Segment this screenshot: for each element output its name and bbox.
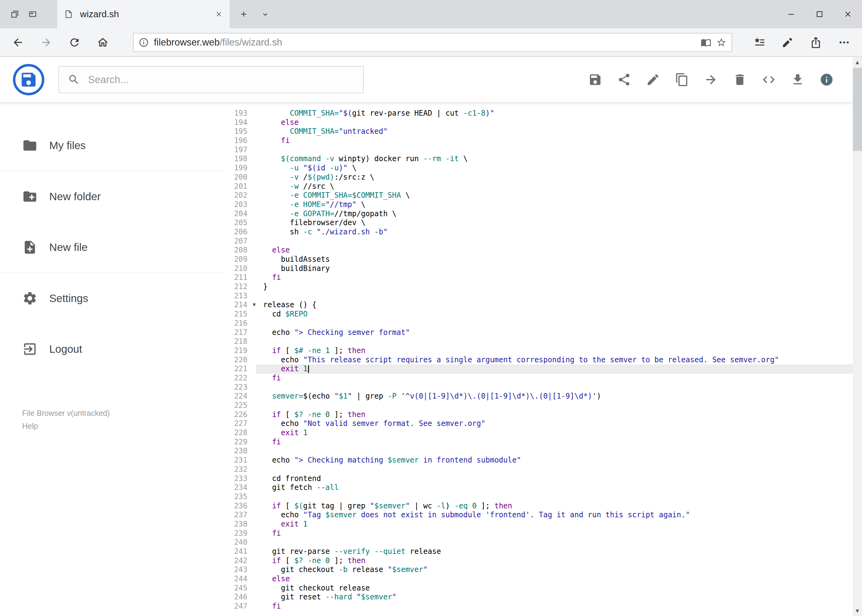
edit-button[interactable]: [643, 69, 663, 90]
annotate-pen-icon[interactable]: [773, 30, 802, 55]
scroll-up-icon[interactable]: ▲: [853, 57, 862, 68]
code-line[interactable]: 221 exit 1: [223, 365, 853, 374]
scrollbar-thumb[interactable]: [853, 68, 862, 151]
favorite-star-icon[interactable]: [716, 37, 726, 48]
code-line[interactable]: 200 -v /$(pwd):/src:z \: [223, 173, 853, 182]
share-page-icon[interactable]: [802, 30, 830, 55]
code-line[interactable]: 218: [223, 337, 853, 346]
code-line[interactable]: 229 fi: [223, 438, 853, 447]
tabs-dropdown-chevron-icon[interactable]: [258, 5, 273, 24]
code-line[interactable]: 243 git checkout -b release "$semver": [223, 565, 853, 575]
code-line[interactable]: 213: [223, 292, 853, 301]
sidebar-item-logout[interactable]: Logout: [0, 324, 223, 374]
code-line[interactable]: 209 buildAssets: [223, 255, 853, 264]
code-line[interactable]: 210 buildBinary: [223, 264, 853, 273]
code-line[interactable]: 197: [223, 146, 853, 155]
code-line[interactable]: 235: [223, 492, 853, 501]
code-line[interactable]: 236 if [ $(git tag | grep "$semver" | wc…: [223, 501, 853, 511]
code-line[interactable]: 237 echo "Tag $semver does not exist in …: [223, 511, 853, 520]
code-line[interactable]: 212}: [223, 282, 853, 292]
code-line[interactable]: 215 cd $REPO: [223, 310, 853, 319]
code-line[interactable]: 233 cd frontend: [223, 474, 853, 484]
code-line[interactable]: 234 git fetch --all: [223, 483, 853, 492]
tab-close-icon[interactable]: [215, 10, 223, 18]
scroll-down-icon[interactable]: ▼: [853, 605, 862, 616]
code-line[interactable]: 204 -e GOPATH=//tmp/gopath \: [223, 209, 853, 218]
code-line[interactable]: 214▾release () {: [223, 300, 853, 310]
code-line[interactable]: 196 fi: [223, 136, 853, 146]
code-line[interactable]: 206 sh -c "./wizard.sh -b": [223, 228, 853, 237]
sidebar-item-my-files[interactable]: My files: [0, 120, 223, 171]
code-line[interactable]: 198 $(command -v winpty) docker run --rm…: [223, 154, 853, 163]
code-line[interactable]: 238 exit 1: [223, 520, 853, 529]
close-button[interactable]: [834, 0, 862, 28]
code-view-button[interactable]: [759, 69, 779, 90]
code-line[interactable]: 242 if [ $? -ne 0 ]; then: [223, 556, 853, 566]
forward-button[interactable]: [32, 30, 60, 55]
code-line[interactable]: 222 fi: [223, 374, 853, 383]
fold-arrow-icon[interactable]: ▾: [253, 300, 256, 310]
code-line[interactable]: 241 git rev-parse --verify --quiet relea…: [223, 547, 853, 556]
move-button[interactable]: [701, 69, 721, 90]
reading-view-icon[interactable]: [701, 37, 711, 48]
code-line[interactable]: 225: [223, 401, 853, 410]
sidebar-item-new-file[interactable]: New file: [0, 222, 223, 272]
code-line[interactable]: 227 echo "Not valid semver format. See s…: [223, 419, 853, 428]
code-line[interactable]: 203 -e HOME="//tmp" \: [223, 200, 853, 209]
code-line[interactable]: 208 else: [223, 246, 853, 255]
code-line[interactable]: 224 semver=$(echo "$1" | grep -P '^v(0|[…: [223, 392, 853, 401]
code-line[interactable]: 231 echo "> Checking matching $semver in…: [223, 456, 853, 465]
more-options-icon[interactable]: [830, 30, 858, 55]
search-box[interactable]: [58, 66, 364, 93]
code-line[interactable]: 195 COMMIT_SHA="untracked": [223, 127, 853, 136]
info-button[interactable]: [816, 69, 837, 90]
code-line[interactable]: 217 echo "> Checking semver format": [223, 328, 853, 337]
page-scrollbar[interactable]: ▲ ▼: [853, 57, 862, 616]
maximize-button[interactable]: [805, 0, 834, 28]
code-line[interactable]: 219 if [ $# -ne 1 ]; then: [223, 346, 853, 355]
set-tabs-aside-icon[interactable]: [7, 5, 22, 24]
home-button[interactable]: [89, 30, 117, 55]
code-line[interactable]: 228 exit 1: [223, 428, 853, 438]
code-line[interactable]: 199 -u "$(id -u)" \: [223, 163, 853, 173]
code-line[interactable]: 244 else: [223, 575, 853, 584]
code-editor[interactable]: 193 COMMIT_SHA="$(git rev-parse HEAD | c…: [223, 102, 853, 616]
share-button[interactable]: [614, 69, 634, 90]
browser-tab[interactable]: wizard.sh: [57, 0, 230, 28]
site-info-icon[interactable]: [139, 37, 149, 48]
code-line[interactable]: 239 fi: [223, 529, 853, 538]
help-link[interactable]: Help: [22, 420, 38, 432]
search-input[interactable]: [88, 74, 355, 85]
code-line[interactable]: 194 else: [223, 118, 853, 127]
url-text[interactable]: filebrowser.web/files/wizard.sh: [154, 37, 696, 48]
new-tab-button[interactable]: [236, 5, 251, 24]
address-bar[interactable]: filebrowser.web/files/wizard.sh: [133, 33, 732, 52]
code-line[interactable]: 226 if [ $? -ne 0 ]; then: [223, 410, 853, 420]
code-line[interactable]: 205 filebrowser/dev \: [223, 218, 853, 228]
sidebar-item-new-folder[interactable]: New folder: [0, 171, 223, 222]
sidebar-item-settings[interactable]: Settings: [0, 273, 223, 324]
code-line[interactable]: 230: [223, 446, 853, 456]
code-line[interactable]: 220 echo "This release script requires a…: [223, 355, 853, 365]
code-line[interactable]: 216: [223, 319, 853, 328]
code-line[interactable]: 207: [223, 237, 853, 246]
copy-button[interactable]: [672, 69, 692, 90]
code-line[interactable]: 201 -w //src \: [223, 182, 853, 191]
back-button[interactable]: [4, 30, 32, 55]
save-button[interactable]: [585, 69, 605, 90]
download-button[interactable]: [788, 69, 808, 90]
code-line[interactable]: 245 git checkout release: [223, 584, 853, 593]
code-line[interactable]: 240: [223, 538, 853, 547]
minimize-button[interactable]: [777, 0, 805, 28]
delete-button[interactable]: [730, 69, 750, 90]
favorites-hub-icon[interactable]: [745, 30, 773, 55]
code-line[interactable]: 246 git reset --hard "$semver": [223, 592, 853, 602]
code-line[interactable]: 202 -e COMMIT_SHA=$COMMIT_SHA \: [223, 191, 853, 200]
code-line[interactable]: 232: [223, 465, 853, 474]
code-line[interactable]: 223: [223, 383, 853, 392]
code-line[interactable]: 247 fi: [223, 602, 853, 611]
code-line[interactable]: 193 COMMIT_SHA="$(git rev-parse HEAD | c…: [223, 109, 853, 118]
refresh-button[interactable]: [60, 30, 89, 55]
tab-preview-icon[interactable]: [25, 5, 40, 24]
code-line[interactable]: 211 fi: [223, 273, 853, 282]
